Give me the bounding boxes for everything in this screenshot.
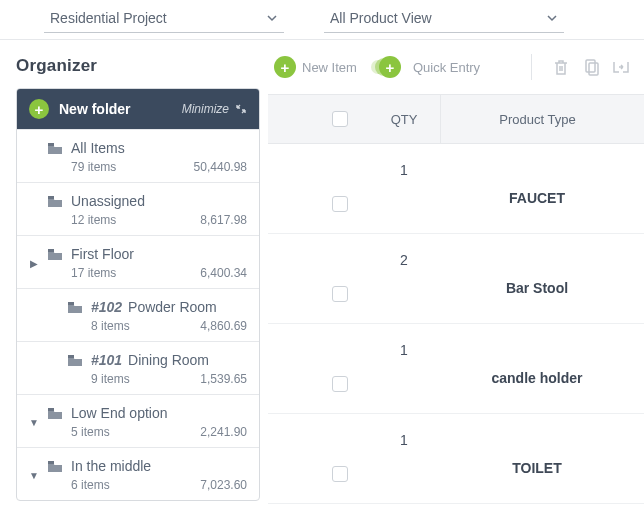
tree-node-all[interactable]: All Items79 items50,440.98 [17,129,259,182]
row-checkbox[interactable] [332,286,348,302]
node-label: #102 Powder Room [91,299,217,315]
cell-qty: 2 [368,234,440,268]
toolbar: + New Item + Quick Entry [268,40,644,94]
folder-icon [47,407,63,420]
node-count: 12 items [71,213,116,227]
table-row[interactable]: 1FAUCET [268,144,644,234]
view-select[interactable]: All Product View [324,6,564,33]
row-checkbox[interactable] [332,196,348,212]
tree-node-low[interactable]: ▼Low End option5 items2,241.90 [17,394,259,447]
svg-rect-0 [48,143,54,146]
node-amount: 8,617.98 [200,213,247,227]
node-amount: 4,860.69 [200,319,247,333]
tree-node-first[interactable]: ▶First Floor17 items6,400.34 [17,235,259,288]
delete-button[interactable] [550,56,572,78]
plus-multi-icon: + [379,56,401,78]
cell-qty: 1 [368,324,440,358]
node-label: All Items [71,140,125,156]
node-label: Low End option [71,405,168,421]
cell-product-type: FAUCET [440,144,634,233]
svg-rect-5 [48,408,54,411]
tree-node-dining[interactable]: #101 Dining Room9 items1,539.65 [17,341,259,394]
node-count: 79 items [71,160,116,174]
project-select[interactable]: Residential Project [44,6,284,33]
node-amount: 2,241.90 [200,425,247,439]
cell-product-type: TOILET [440,414,634,503]
node-label: Unassigned [71,193,145,209]
folder-icon [67,354,83,367]
tree-node-middle[interactable]: ▼In the middle6 items7,023.60 [17,447,259,500]
minimize-button[interactable]: Minimize [182,102,247,116]
node-amount: 7,023.60 [200,478,247,492]
svg-rect-4 [68,355,74,358]
folder-icon [67,301,83,314]
export-icon [610,56,632,78]
chevron-down-icon [266,12,278,24]
svg-rect-6 [48,461,54,464]
node-count: 17 items [71,266,116,280]
copy-button[interactable] [580,56,602,78]
project-select-value: Residential Project [50,10,167,26]
table-row[interactable]: 1candle holder [268,324,644,414]
svg-rect-2 [48,249,54,252]
cell-qty: 1 [368,144,440,178]
quick-entry-button[interactable]: + Quick Entry [379,56,480,78]
header-qty[interactable]: QTY [368,112,440,127]
collapse-icon [235,103,247,115]
expander-icon[interactable]: ▼ [29,470,39,481]
plus-icon: + [274,56,296,78]
folder-icon [47,248,63,261]
node-label: In the middle [71,458,151,474]
node-label: First Floor [71,246,134,262]
tree-node-unassigned[interactable]: Unassigned12 items8,617.98 [17,182,259,235]
cell-product-type: Bar Stool [440,234,634,323]
plus-icon[interactable]: + [29,99,49,119]
new-item-button[interactable]: + New Item [274,56,357,78]
svg-rect-7 [586,60,595,72]
room-code: #102 [91,299,122,315]
view-select-value: All Product View [330,10,432,26]
cell-product-type: candle holder [440,324,634,413]
trash-icon [550,56,572,78]
svg-rect-8 [589,63,598,75]
organizer-title: Organizer [16,56,260,76]
table-row[interactable]: 2Bar Stool [268,234,644,324]
folder-icon [47,460,63,473]
tree-node-powder[interactable]: #102 Powder Room8 items4,860.69 [17,288,259,341]
chevron-down-icon [546,12,558,24]
copy-icon [580,56,602,78]
folder-icon [47,142,63,155]
node-count: 6 items [71,478,110,492]
new-folder-button[interactable]: New folder [59,101,131,117]
grid-header: QTY Product Type [268,94,644,144]
folder-icon [47,195,63,208]
row-checkbox[interactable] [332,466,348,482]
room-code: #101 [91,352,122,368]
select-all-checkbox[interactable] [332,111,348,127]
node-amount: 50,440.98 [194,160,247,174]
node-count: 5 items [71,425,110,439]
node-count: 9 items [91,372,130,386]
expander-icon[interactable]: ▶ [29,258,39,269]
row-checkbox[interactable] [332,376,348,392]
cell-qty: 1 [368,414,440,448]
export-button[interactable] [610,56,632,78]
header-product-type[interactable]: Product Type [440,95,634,143]
svg-rect-3 [68,302,74,305]
divider [531,54,532,80]
folder-tree: + New folder Minimize All Items79 items5… [16,88,260,501]
expander-icon[interactable]: ▼ [29,417,39,428]
node-amount: 1,539.65 [200,372,247,386]
table-row[interactable]: 1TOILET [268,414,644,504]
node-count: 8 items [91,319,130,333]
node-label: #101 Dining Room [91,352,209,368]
svg-rect-1 [48,196,54,199]
node-amount: 6,400.34 [200,266,247,280]
tree-header: + New folder Minimize [17,89,259,129]
